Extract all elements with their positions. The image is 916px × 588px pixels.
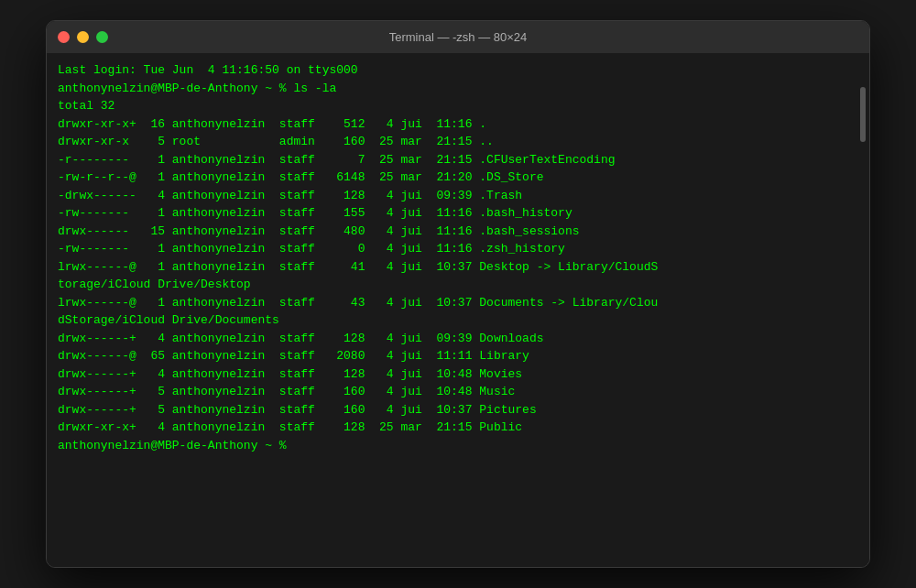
terminal-line: dStorage/iCloud Drive/Documents: [58, 311, 858, 330]
traffic-lights: [58, 31, 108, 43]
terminal-line: -rw------- 1 anthonynelzin staff 0 4 jui…: [58, 240, 858, 258]
terminal-line: drwx------@ 65 anthonynelzin staff 2080 …: [58, 347, 858, 365]
terminal-line: drwx------+ 4 anthonynelzin staff 128 4 …: [58, 365, 858, 384]
terminal-output: Last login: Tue Jun 4 11:16:50 on ttys00…: [58, 61, 858, 454]
terminal-line: drwxr-xr-x 5 root admin 160 25 mar 21:15…: [58, 133, 858, 151]
terminal-line: Last login: Tue Jun 4 11:16:50 on ttys00…: [58, 61, 858, 80]
terminal-line: anthonynelzin@MBP-de-Anthony ~ % ls -la: [58, 80, 858, 98]
terminal-line: lrwx------@ 1 anthonynelzin staff 43 4 j…: [58, 294, 858, 312]
terminal-line: total 32: [58, 97, 858, 115]
terminal-line: -r-------- 1 anthonynelzin staff 7 25 ma…: [58, 151, 858, 169]
scrollbar[interactable]: [860, 87, 866, 142]
titlebar: Terminal — -zsh — 80×24: [47, 21, 869, 54]
terminal-line: -rw-r--r--@ 1 anthonynelzin staff 6148 2…: [58, 169, 858, 187]
window-title: Terminal — -zsh — 80×24: [389, 30, 528, 44]
terminal-line: drwx------ 15 anthonynelzin staff 480 4 …: [58, 223, 858, 241]
terminal-line: drwxr-xr-x+ 4 anthonynelzin staff 128 25…: [58, 419, 858, 437]
terminal-line: -rw------- 1 anthonynelzin staff 155 4 j…: [58, 204, 858, 223]
terminal-window: Terminal — -zsh — 80×24 Last login: Tue …: [46, 20, 870, 568]
maximize-button[interactable]: [96, 31, 108, 43]
terminal-line: drwx------+ 4 anthonynelzin staff 128 4 …: [58, 330, 858, 348]
minimize-button[interactable]: [77, 31, 89, 43]
terminal-line: -drwx------ 4 anthonynelzin staff 128 4 …: [58, 187, 858, 205]
terminal-body[interactable]: Last login: Tue Jun 4 11:16:50 on ttys00…: [47, 54, 869, 567]
terminal-line: drwxr-xr-x+ 16 anthonynelzin staff 512 4…: [58, 115, 858, 134]
terminal-line: torage/iCloud Drive/Desktop: [58, 276, 858, 294]
terminal-line: lrwx------@ 1 anthonynelzin staff 41 4 j…: [58, 258, 858, 277]
terminal-line: anthonynelzin@MBP-de-Anthony ~ %: [58, 437, 858, 455]
close-button[interactable]: [58, 31, 70, 43]
terminal-line: drwx------+ 5 anthonynelzin staff 160 4 …: [58, 401, 858, 419]
terminal-line: drwx------+ 5 anthonynelzin staff 160 4 …: [58, 383, 858, 401]
